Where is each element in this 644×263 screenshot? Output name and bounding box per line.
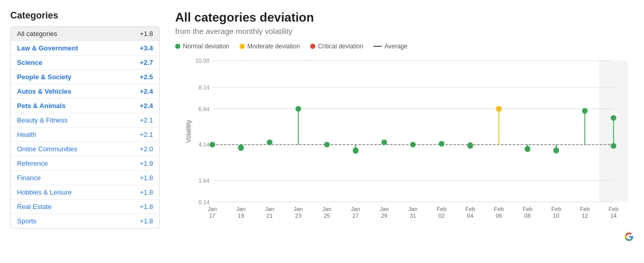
svg-text:Jan: Jan (208, 206, 217, 212)
svg-text:23: 23 (295, 213, 301, 219)
svg-text:Jan: Jan (323, 206, 332, 212)
category-value: +2.1 (140, 116, 153, 124)
category-item[interactable]: Real Estate+1.8 (11, 200, 159, 214)
svg-text:12: 12 (582, 213, 588, 219)
chart-legend: Normal deviation Moderate deviation Crit… (175, 43, 634, 50)
category-value: +1.8 (140, 217, 153, 225)
category-item[interactable]: Autos & Vehicles+2.4 (11, 84, 159, 99)
category-name: Beauty & Fitness (17, 116, 67, 124)
svg-text:27: 27 (352, 213, 359, 219)
category-item[interactable]: Hobbies & Leisure+1.8 (11, 185, 159, 200)
category-value: +1.9 (140, 160, 153, 167)
category-item[interactable]: Health+2.1 (11, 128, 159, 142)
category-name: People & Society (17, 73, 71, 81)
category-item[interactable]: Online Communities+2.0 (11, 142, 159, 156)
chart-svg: 0.141.644.146.648.1410.00Jan17Jan19Jan21… (175, 55, 634, 230)
category-value: +1.8 (140, 30, 153, 38)
category-list: All categories+1.8Law & Government+3.4Sc… (10, 26, 160, 229)
svg-text:17: 17 (209, 213, 215, 219)
category-name: Science (17, 59, 42, 66)
legend-normal-label: Normal deviation (183, 43, 229, 50)
category-name: Reference (17, 160, 48, 167)
category-value: +1.8 (140, 188, 153, 196)
category-value: +2.7 (140, 59, 153, 66)
category-name: Online Communities (17, 145, 77, 153)
svg-text:08: 08 (524, 213, 531, 219)
category-item[interactable]: People & Society+2.5 (11, 70, 159, 84)
svg-point-53 (553, 148, 559, 153)
svg-point-47 (353, 148, 359, 154)
svg-point-29 (410, 142, 416, 147)
svg-text:Jan: Jan (265, 206, 275, 212)
category-name: Real Estate (17, 203, 52, 211)
chart-subtitle: from the average monthly volatility (175, 27, 634, 36)
category-value: +1.8 (140, 174, 153, 182)
svg-point-45 (238, 145, 244, 151)
svg-point-41 (582, 108, 588, 114)
svg-text:Jan: Jan (236, 206, 246, 212)
svg-point-21 (295, 106, 301, 112)
category-item[interactable]: Sports+1.8 (11, 214, 159, 228)
category-value: +2.1 (140, 131, 153, 138)
svg-point-15 (210, 142, 215, 147)
svg-point-23 (324, 142, 330, 147)
legend-critical-label: Critical deviation (318, 43, 363, 50)
category-item[interactable]: Pets & Animals+2.4 (11, 99, 159, 113)
legend-average: Average (374, 43, 407, 50)
category-value: +2.4 (140, 102, 153, 110)
category-name: Sports (17, 217, 37, 225)
sidebar-title: Categories (10, 10, 160, 21)
svg-point-27 (381, 139, 387, 145)
category-name: Hobbies & Leisure (17, 188, 72, 196)
svg-text:Feb: Feb (465, 206, 475, 212)
category-item[interactable]: Law & Government+3.4 (11, 41, 159, 56)
svg-point-55 (611, 143, 616, 149)
sidebar: Categories All categories+1.8Law & Gover… (10, 10, 170, 253)
category-name: Autos & Vehicles (17, 87, 71, 95)
google-logo (175, 232, 634, 243)
svg-point-51 (524, 146, 530, 152)
google-icon (624, 232, 634, 241)
category-value: +3.4 (140, 44, 153, 52)
average-dash (374, 46, 382, 47)
svg-text:Feb: Feb (494, 206, 504, 212)
category-value: +2.4 (140, 87, 153, 95)
normal-dot (175, 44, 180, 49)
svg-text:Feb: Feb (551, 206, 561, 212)
svg-text:Jan: Jan (294, 206, 303, 212)
svg-text:02: 02 (438, 213, 445, 219)
svg-text:0.14: 0.14 (198, 199, 209, 205)
chart-area: All categories deviation from the averag… (170, 10, 634, 253)
svg-point-49 (467, 143, 473, 149)
svg-text:19: 19 (238, 213, 244, 219)
chart-wrapper: 0.141.644.146.648.1410.00Jan17Jan19Jan21… (175, 55, 634, 230)
svg-point-31 (439, 141, 445, 147)
category-item[interactable]: Reference+1.9 (11, 156, 159, 171)
svg-point-35 (496, 106, 502, 112)
svg-text:Jan: Jan (351, 206, 360, 212)
chart-title: All categories deviation (175, 10, 634, 25)
moderate-dot (240, 44, 245, 49)
category-value: +1.8 (140, 203, 153, 211)
category-item[interactable]: Science+2.7 (11, 56, 159, 70)
category-name: Pets & Animals (17, 102, 65, 110)
svg-point-43 (611, 115, 616, 121)
category-value: +2.0 (140, 145, 153, 153)
svg-text:Feb: Feb (608, 206, 618, 212)
category-name: Health (17, 131, 37, 138)
svg-text:4.14: 4.14 (198, 142, 209, 148)
svg-text:21: 21 (266, 213, 273, 219)
svg-text:8.14: 8.14 (198, 84, 209, 91)
legend-moderate: Moderate deviation (240, 43, 300, 50)
svg-text:Feb: Feb (523, 206, 533, 212)
legend-normal: Normal deviation (175, 43, 229, 50)
svg-text:10: 10 (553, 213, 559, 219)
legend-average-label: Average (384, 43, 407, 50)
category-item[interactable]: Beauty & Fitness+2.1 (11, 113, 159, 128)
category-name: Law & Government (17, 44, 78, 52)
category-item[interactable]: Finance+1.8 (11, 171, 159, 185)
category-name: All categories (17, 30, 57, 38)
category-name: Finance (17, 174, 41, 182)
category-item[interactable]: All categories+1.8 (11, 27, 159, 41)
svg-text:29: 29 (381, 213, 387, 219)
